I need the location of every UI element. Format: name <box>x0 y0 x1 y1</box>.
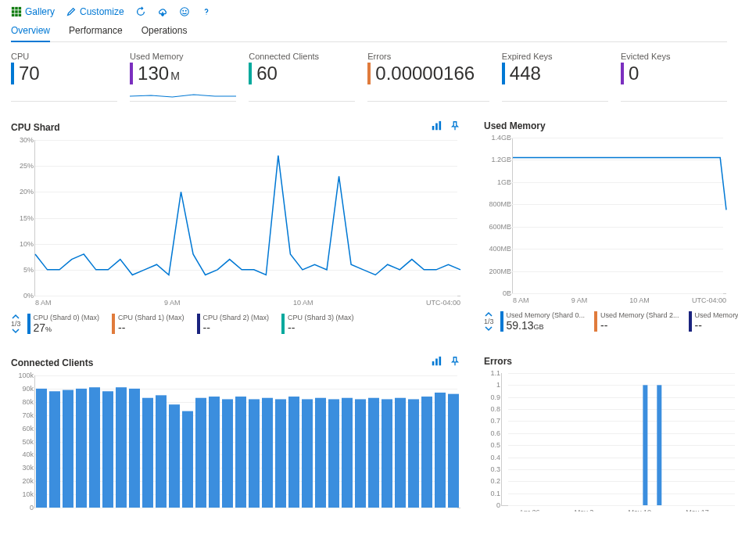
kpi-unit: M <box>170 70 180 82</box>
svg-rect-37 <box>288 397 299 508</box>
kpi-card[interactable]: Connected Clients 60 <box>249 52 355 102</box>
errors-chart-area[interactable]: 1.110.90.80.70.60.50.40.30.20.10 Apr 26M… <box>501 373 726 506</box>
svg-rect-36 <box>275 399 286 508</box>
tab-performance[interactable]: Performance <box>69 22 123 41</box>
svg-rect-30 <box>195 398 206 508</box>
svg-rect-6 <box>12 14 15 17</box>
svg-rect-47 <box>421 397 432 508</box>
customize-button[interactable]: Customize <box>66 6 124 17</box>
grid-icon <box>11 6 22 17</box>
kpi-card[interactable]: Used Memory 130 M <box>130 52 236 102</box>
chevron-down-icon[interactable] <box>12 328 20 334</box>
kpi-sparkline <box>249 91 355 102</box>
svg-rect-49 <box>448 394 459 508</box>
legend-item[interactable]: CPU (Shard 1) (Max) -- <box>112 314 191 334</box>
pencil-icon <box>66 6 77 17</box>
legend-value: -- <box>600 319 607 332</box>
help-button[interactable] <box>201 6 212 17</box>
chevron-down-icon[interactable] <box>485 325 493 332</box>
legend-pager[interactable]: 1/3 <box>11 314 21 334</box>
tab-operations[interactable]: Operations <box>142 22 188 41</box>
x-tick-label: May 3 <box>575 508 594 512</box>
legend-name: Used Memory (Shard 0... <box>507 311 586 319</box>
pin-icon[interactable] <box>450 120 460 134</box>
svg-rect-8 <box>19 14 22 17</box>
legend-item[interactable]: CPU (Shard 3) (Max) -- <box>281 314 360 334</box>
bar-chart-icon[interactable] <box>431 356 442 369</box>
y-tick-label: 25% <box>20 162 34 170</box>
cpu-shard-chart: CPU Shard 30%25%20%15%10%5%0% 8 AM9 AM10… <box>11 120 460 334</box>
y-tick-label: 0.4 <box>490 454 500 461</box>
bar-chart-icon[interactable] <box>431 120 442 134</box>
kpi-label: CPU <box>11 52 117 61</box>
svg-rect-16 <box>435 359 438 366</box>
legend-item[interactable]: CPU (Shard 0) (Max) 27% <box>27 314 106 334</box>
x-tick-label: May 10 <box>287 511 310 512</box>
kpi-card[interactable]: CPU 70 <box>11 52 117 102</box>
customize-label: Customize <box>80 6 124 17</box>
svg-rect-43 <box>368 398 379 508</box>
kpi-sparkline <box>130 91 236 102</box>
kpi-card[interactable]: Expired Keys 448 <box>502 52 608 102</box>
legend-value: -- <box>203 321 210 334</box>
legend-name: CPU (Shard 0) (Max) <box>34 314 100 321</box>
pin-icon[interactable] <box>450 356 460 369</box>
svg-rect-46 <box>408 399 419 508</box>
y-tick-label: 0.6 <box>490 429 500 437</box>
svg-rect-15 <box>432 361 435 365</box>
cloud-icon <box>157 6 168 17</box>
x-tick-label: UTC-04:00 <box>426 299 460 307</box>
svg-rect-22 <box>89 387 100 508</box>
memory-legend: 1/3 Used Memory (Shard 0... 59.13GBUsed … <box>484 311 726 332</box>
svg-rect-4 <box>15 10 18 13</box>
x-tick-label: May 3 <box>183 511 202 512</box>
cpu-chart-area[interactable]: 30%25%20%15%10%5%0% 8 AM9 AM10 AMUTC-04:… <box>34 140 460 296</box>
svg-rect-29 <box>182 411 193 508</box>
y-tick-label: 80k <box>22 398 34 406</box>
kpi-value: 60 <box>256 63 278 84</box>
svg-rect-27 <box>156 395 167 508</box>
svg-rect-1 <box>15 7 18 10</box>
svg-rect-31 <box>209 397 220 508</box>
cloud-icon-button[interactable] <box>157 6 168 17</box>
svg-rect-17 <box>439 357 442 365</box>
kpi-sparkline <box>502 91 608 102</box>
y-tick-label: 100k <box>18 372 34 379</box>
gallery-button[interactable]: Gallery <box>11 6 55 17</box>
memory-chart-area[interactable]: 1.4GB1.2GB1GB800MB600MB400MB200MB0B 8 AM… <box>512 138 726 294</box>
legend-item[interactable]: Used Memory (Shard 2... -- <box>689 311 738 332</box>
kpi-label: Errors <box>367 52 489 61</box>
legend-pager[interactable]: 1/3 <box>484 311 494 332</box>
legend-unit: % <box>45 325 52 333</box>
kpi-label: Connected Clients <box>249 52 355 61</box>
toolbar: Gallery Customize <box>11 3 727 19</box>
legend-item[interactable]: Used Memory (Shard 2... -- <box>594 311 686 332</box>
legend-item[interactable]: CPU (Shard 2) (Max) -- <box>197 314 276 334</box>
legend-value: -- <box>695 319 702 332</box>
kpi-card[interactable]: Evicted Keys 0 <box>621 52 727 102</box>
tab-overview[interactable]: Overview <box>11 22 50 42</box>
chevron-up-icon[interactable] <box>12 314 20 320</box>
y-tick-label: 0.9 <box>490 393 500 401</box>
svg-rect-41 <box>342 398 353 508</box>
svg-rect-32 <box>222 399 233 508</box>
refresh-icon <box>135 6 146 17</box>
smiley-icon <box>179 6 190 17</box>
kpi-value: 448 <box>510 63 541 84</box>
clients-chart-area[interactable]: 100k90k80k70k60k50k40k30k20k10k0 Apr 26M… <box>34 375 460 508</box>
y-tick-label: 10k <box>22 490 34 498</box>
svg-rect-35 <box>262 398 273 508</box>
kpi-card[interactable]: Errors 0.00000166 <box>367 52 489 102</box>
svg-point-9 <box>180 8 188 16</box>
legend-value: -- <box>288 321 295 334</box>
chevron-up-icon[interactable] <box>485 311 493 318</box>
y-tick-label: 40k <box>22 451 34 458</box>
y-tick-label: 0.3 <box>490 465 500 473</box>
y-tick-label: 1 <box>496 381 500 389</box>
legend-item[interactable]: Used Memory (Shard 0... 59.13GB <box>500 311 592 332</box>
feedback-button[interactable] <box>179 6 190 17</box>
refresh-button[interactable] <box>135 6 146 17</box>
pager-text: 1/3 <box>11 320 21 328</box>
svg-rect-3 <box>12 10 15 13</box>
svg-rect-39 <box>315 398 326 508</box>
